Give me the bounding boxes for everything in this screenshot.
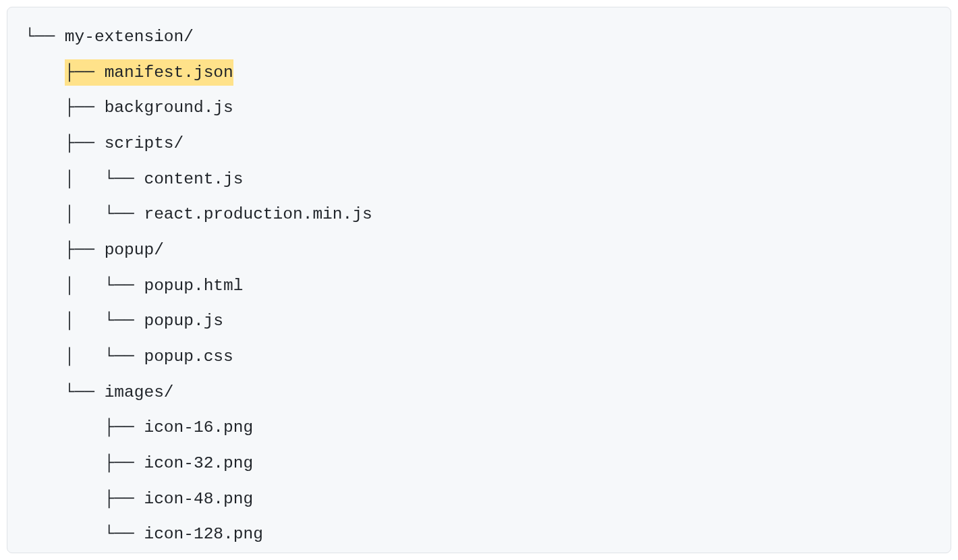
tree-node-name: popup.html — [144, 277, 243, 295]
tree-node-name: icon-32.png — [144, 454, 253, 472]
tree-line: │ └── popup.html — [25, 269, 933, 304]
page-frame: └── my-extension/ ├── manifest.json ├── … — [0, 0, 958, 560]
tree-line: ├── popup/ — [25, 233, 933, 269]
tree-line: │ └── popup.js — [25, 304, 933, 339]
tree-node-name: manifest.json — [105, 63, 233, 82]
tree-branch-glyph: └── — [25, 525, 144, 543]
tree-node-name: my-extension/ — [65, 28, 194, 46]
tree-branch-glyph: ├── — [25, 241, 105, 259]
tree-node-name: popup.js — [144, 312, 223, 330]
tree-line: ├── scripts/ — [25, 126, 933, 162]
tree-node-name: images/ — [105, 383, 174, 401]
tree-line: └── my-extension/ — [25, 20, 933, 55]
tree-node-name: scripts/ — [105, 134, 184, 152]
tree-branch-glyph: ├── — [25, 418, 144, 437]
tree-line: ├── manifest.json — [25, 55, 933, 91]
tree-branch-glyph: │ └── — [25, 170, 144, 188]
tree-branch-glyph: └── — [25, 383, 105, 401]
tree-line: │ └── content.js — [25, 162, 933, 198]
tree-branch-glyph: │ └── — [25, 277, 144, 295]
tree-node-name: icon-48.png — [144, 490, 253, 508]
tree-node-name: background.js — [105, 99, 233, 117]
tree-node-name: content.js — [144, 170, 243, 188]
tree-branch-glyph: ├── — [65, 63, 105, 82]
directory-tree: └── my-extension/ ├── manifest.json ├── … — [25, 20, 933, 553]
tree-line: ├── background.js — [25, 90, 933, 126]
tree-line: │ └── popup.css — [25, 339, 933, 375]
tree-line: └── icon-128.png — [25, 517, 933, 553]
tree-node-name: popup/ — [105, 241, 164, 259]
tree-line: ├── icon-32.png — [25, 446, 933, 482]
tree-branch-glyph: ├── — [25, 490, 144, 508]
tree-node-name: popup.css — [144, 347, 233, 366]
tree-branch-glyph: └── — [25, 28, 65, 46]
tree-line-highlight: ├── manifest.json — [65, 59, 233, 86]
tree-line: ├── icon-16.png — [25, 410, 933, 446]
tree-node-name: react.production.min.js — [144, 205, 372, 223]
tree-branch-glyph: │ └── — [25, 312, 144, 330]
tree-node-name: icon-16.png — [144, 418, 253, 437]
code-block: └── my-extension/ ├── manifest.json ├── … — [7, 7, 951, 553]
tree-line: │ └── react.production.min.js — [25, 197, 933, 233]
tree-branch-glyph: │ └── — [25, 205, 144, 223]
tree-node-name: icon-128.png — [144, 525, 262, 543]
tree-line: └── images/ — [25, 375, 933, 411]
tree-branch-glyph: │ └── — [25, 347, 144, 366]
tree-branch-glyph: ├── — [25, 134, 105, 152]
tree-line: ├── icon-48.png — [25, 482, 933, 517]
tree-branch-glyph: ├── — [25, 99, 105, 117]
tree-branch-glyph: ├── — [25, 454, 144, 472]
